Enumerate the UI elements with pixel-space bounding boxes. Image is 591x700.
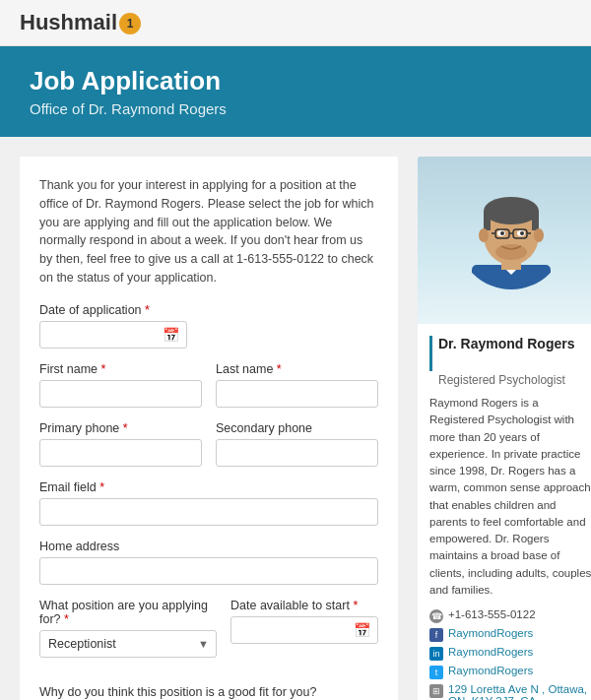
position-label: What position are you applying for? * <box>39 599 217 626</box>
date-field-group: Date of application * 📅 <box>39 303 378 349</box>
primary-phone-input[interactable] <box>39 439 202 467</box>
form-section: Thank you for your interest in applying … <box>20 157 398 700</box>
main-content: Thank you for your interest in applying … <box>0 137 591 700</box>
blue-accent-bar <box>429 336 432 371</box>
contact-linkedin: in RaymondRogers <box>429 646 591 661</box>
home-address-group: Home address <box>39 540 378 585</box>
sidebar-info: Dr. Raymond Rogers Registered Psychologi… <box>418 324 591 700</box>
phone-text: +1-613-555-0122 <box>448 608 536 620</box>
first-name-group: First name * <box>39 362 202 408</box>
address-link[interactable]: 129 Loretta Ave N , Ottawa, ON, K1Y 2J7,… <box>448 683 591 700</box>
contact-address: ⊞ 129 Loretta Ave N , Ottawa, ON, K1Y 2J… <box>429 683 591 700</box>
sidebar: Dr. Raymond Rogers Registered Psychologi… <box>418 157 591 700</box>
why-field-group: Why do you think this position is a good… <box>39 685 378 701</box>
required-marker: * <box>145 303 150 317</box>
contact-twitter: t RaymondRogers <box>429 665 591 679</box>
logo-icon: 1 <box>119 13 141 34</box>
first-name-label: First name * <box>39 362 202 376</box>
address-icon: ⊞ <box>429 684 443 698</box>
position-group: What position are you applying for? * Re… <box>39 599 217 658</box>
linkedin-link[interactable]: RaymondRogers <box>448 646 533 658</box>
svg-point-7 <box>479 228 489 242</box>
page-title: Job Application <box>30 66 561 96</box>
doctor-bio: Raymond Rogers is a Registered Psycholog… <box>429 395 591 599</box>
date-start-wrapper: 📅 <box>230 616 378 644</box>
logo: Hushmail1 <box>20 10 141 35</box>
svg-rect-5 <box>484 211 491 230</box>
home-address-label: Home address <box>39 540 378 553</box>
last-name-label: Last name * <box>216 362 378 376</box>
svg-point-11 <box>500 231 504 235</box>
svg-point-4 <box>484 197 539 224</box>
facebook-link[interactable]: RaymondRogers <box>448 627 533 639</box>
position-select-wrapper: Receptionist Office Manager Medical Assi… <box>39 630 217 658</box>
phone-icon: ☎ <box>429 609 443 623</box>
twitter-icon: t <box>429 666 443 679</box>
contact-phone: ☎ +1-613-555-0122 <box>429 608 591 623</box>
svg-rect-6 <box>532 211 539 230</box>
secondary-phone-label: Secondary phone <box>216 421 378 435</box>
logo-text: Hushmail1 <box>20 10 141 34</box>
email-input[interactable] <box>39 498 378 526</box>
secondary-phone-group: Secondary phone <box>216 421 378 467</box>
secondary-phone-input[interactable] <box>216 439 378 467</box>
position-row: What position are you applying for? * Re… <box>39 599 378 671</box>
date-input-wrapper: 📅 <box>39 321 187 349</box>
primary-phone-label: Primary phone * <box>39 421 202 435</box>
avatar-container <box>418 157 591 324</box>
date-start-group: Date available to start * 📅 <box>230 599 378 644</box>
svg-point-8 <box>534 228 544 242</box>
first-name-input[interactable] <box>39 380 202 408</box>
doctor-avatar <box>452 171 570 309</box>
contact-list: ☎ +1-613-555-0122 f RaymondRogers in Ray… <box>429 608 591 700</box>
why-label: Why do you think this position is a good… <box>39 685 378 699</box>
page-banner: Job Application Office of Dr. Raymond Ro… <box>0 46 591 137</box>
home-address-input[interactable] <box>39 557 378 585</box>
date-input[interactable] <box>39 321 187 349</box>
contact-facebook: f RaymondRogers <box>429 627 591 642</box>
email-label: Email field * <box>39 480 378 494</box>
name-row: First name * Last name * <box>39 362 378 421</box>
date-start-input[interactable] <box>230 616 378 644</box>
twitter-link[interactable]: RaymondRogers <box>448 665 533 676</box>
svg-point-12 <box>520 231 524 235</box>
doctor-title: Registered Psychologist <box>438 373 591 387</box>
date-start-label: Date available to start * <box>230 599 378 612</box>
svg-point-18 <box>495 244 527 260</box>
page-subtitle: Office of Dr. Raymond Rogers <box>30 100 561 117</box>
email-field-group: Email field * <box>39 480 378 526</box>
last-name-group: Last name * <box>216 362 378 408</box>
doctor-name-bar: Dr. Raymond Rogers <box>429 336 591 371</box>
last-name-input[interactable] <box>216 380 378 408</box>
linkedin-icon: in <box>429 647 443 661</box>
facebook-icon: f <box>429 628 443 642</box>
doctor-name: Dr. Raymond Rogers <box>438 336 574 351</box>
date-label: Date of application * <box>39 303 378 317</box>
primary-phone-group: Primary phone * <box>39 421 202 467</box>
app-header: Hushmail1 <box>0 0 591 46</box>
phone-row: Primary phone * Secondary phone <box>39 421 378 480</box>
intro-text: Thank you for your interest in applying … <box>39 176 378 287</box>
position-select[interactable]: Receptionist Office Manager Medical Assi… <box>39 630 217 658</box>
